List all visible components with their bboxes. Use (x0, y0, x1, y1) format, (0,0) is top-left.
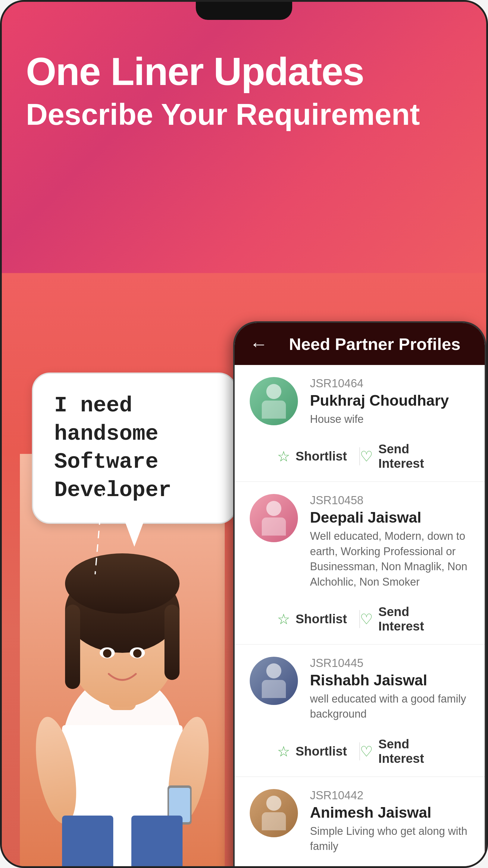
hero-section: One Liner Updates Describe Your Requirem… (26, 50, 462, 132)
profile-item: JSR10464 Pukhraj Choudhary House wife ☆ … (235, 365, 485, 482)
profile-name[interactable]: Animesh Jaiswal (310, 804, 469, 821)
avatar-shape (250, 494, 298, 542)
svg-rect-6 (65, 604, 80, 689)
action-row: ☆ Shortlist ♡ Send Interest (250, 731, 469, 776)
profile-desc: Simple Living who get along with family (310, 824, 469, 854)
svg-rect-18 (131, 815, 183, 868)
action-row: ☆ Shortlist ♡ Send Interest (250, 863, 469, 868)
profile-name[interactable]: Rishabh Jaiswal (310, 672, 469, 689)
profile-item: JSR10445 Rishabh Jaiswal well educated w… (235, 645, 485, 777)
screen-title: Need Partner Profiles (280, 334, 469, 354)
shortlist-label: Shortlist (295, 612, 347, 626)
avatar[interactable] (250, 789, 298, 837)
avatar-head (266, 663, 281, 678)
send-interest-button[interactable]: ♡ Send Interest (360, 604, 455, 633)
svg-rect-7 (164, 604, 180, 680)
shortlist-button[interactable]: ☆ Shortlist (265, 743, 359, 760)
profile-list: JSR10464 Pukhraj Choudhary House wife ☆ … (235, 365, 485, 868)
avatar-body (262, 401, 286, 418)
profile-text: JSR10464 Pukhraj Choudhary House wife (310, 377, 469, 427)
avatar-shape (250, 657, 298, 705)
avatar-body (262, 680, 286, 698)
svg-point-8 (65, 553, 180, 614)
profile-desc: well educated with a good family backgro… (310, 691, 469, 722)
profile-text: JSR10442 Animesh Jaiswal Simple Living w… (310, 789, 469, 854)
phone-screen: ← Need Partner Profiles (235, 323, 485, 868)
profile-text: JSR10458 Deepali Jaiswal Well educated, … (310, 494, 469, 590)
profile-item: JSR10442 Animesh Jaiswal Simple Living w… (235, 777, 485, 868)
action-row: ☆ Shortlist ♡ Send Interest (250, 436, 469, 481)
send-interest-label: Send Interest (378, 737, 455, 766)
profile-info-row: JSR10442 Animesh Jaiswal Simple Living w… (250, 789, 469, 854)
back-button[interactable]: ← (250, 334, 268, 354)
avatar-head (266, 796, 281, 811)
svg-rect-17 (62, 815, 113, 868)
avatar[interactable] (250, 377, 298, 425)
profile-desc: House wife (310, 412, 469, 427)
hero-title: One Liner Updates (26, 50, 462, 93)
phone-notch (196, 2, 292, 20)
send-interest-button[interactable]: ♡ Send Interest (360, 737, 455, 766)
profile-text: JSR10445 Rishabh Jaiswal well educated w… (310, 657, 469, 722)
profile-id: JSR10458 (310, 494, 469, 507)
hero-subtitle: Describe Your Requirement (26, 96, 462, 132)
speech-bubble-text: I need handsomeSoftware Developer (54, 392, 215, 504)
profile-desc: Well educated, Modern, down to earth, Wo… (310, 529, 469, 590)
avatar-body (262, 518, 286, 535)
svg-point-11 (103, 649, 111, 658)
speech-bubble: I need handsomeSoftware Developer (32, 373, 237, 524)
avatar-body (262, 812, 286, 830)
avatar-shape (250, 377, 298, 425)
profile-info-row: JSR10464 Pukhraj Choudhary House wife (250, 377, 469, 427)
profile-info-row: JSR10445 Rishabh Jaiswal well educated w… (250, 657, 469, 722)
heart-icon: ♡ (360, 448, 373, 465)
shortlist-button[interactable]: ☆ Shortlist (265, 448, 359, 465)
profile-name[interactable]: Pukhraj Choudhary (310, 392, 469, 409)
profile-name[interactable]: Deepali Jaiswal (310, 509, 469, 526)
star-icon: ☆ (277, 611, 290, 627)
profile-info-row: JSR10458 Deepali Jaiswal Well educated, … (250, 494, 469, 590)
shortlist-label: Shortlist (295, 744, 347, 758)
shortlist-label: Shortlist (295, 449, 347, 464)
star-icon: ☆ (277, 743, 290, 760)
send-interest-button[interactable]: ♡ Send Interest (360, 442, 455, 471)
heart-icon: ♡ (360, 743, 373, 760)
main-container: One Liner Updates Describe Your Requirem… (0, 0, 488, 868)
send-interest-label: Send Interest (378, 442, 455, 471)
svg-point-12 (133, 649, 141, 658)
profile-id: JSR10445 (310, 657, 469, 670)
avatar-head (266, 384, 281, 399)
shortlist-button[interactable]: ☆ Shortlist (265, 611, 359, 627)
profile-id: JSR10442 (310, 789, 469, 802)
profile-id: JSR10464 (310, 377, 469, 390)
app-header: ← Need Partner Profiles (235, 323, 485, 365)
send-interest-label: Send Interest (378, 604, 455, 633)
action-row: ☆ Shortlist ♡ Send Interest (250, 598, 469, 644)
star-icon: ☆ (277, 448, 290, 465)
phone-mockup: ← Need Partner Profiles (233, 321, 486, 868)
avatar[interactable] (250, 494, 298, 542)
heart-icon: ♡ (360, 611, 373, 627)
avatar[interactable] (250, 657, 298, 705)
avatar-head (266, 501, 281, 516)
avatar-shape (250, 789, 298, 837)
profile-item: JSR10458 Deepali Jaiswal Well educated, … (235, 482, 485, 645)
